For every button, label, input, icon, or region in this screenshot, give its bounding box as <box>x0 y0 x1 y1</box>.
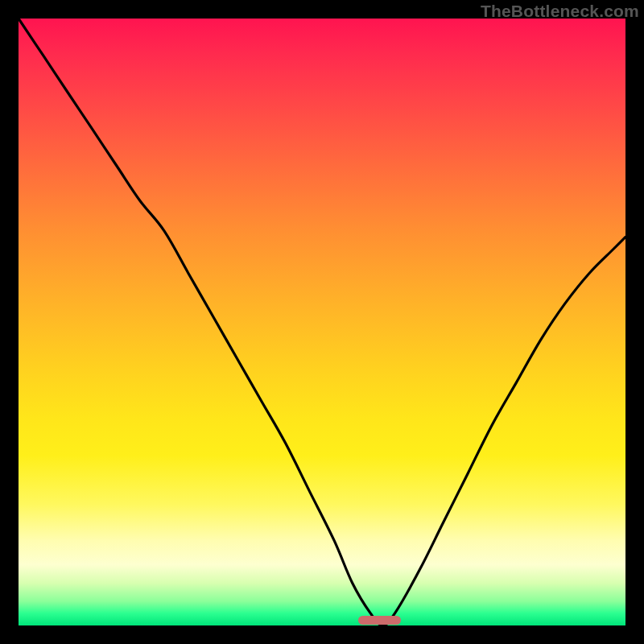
bottleneck-curve <box>19 19 625 625</box>
curve-path <box>19 19 625 625</box>
chart-frame: TheBottleneck.com <box>0 0 644 644</box>
optimal-range-marker <box>358 616 401 625</box>
